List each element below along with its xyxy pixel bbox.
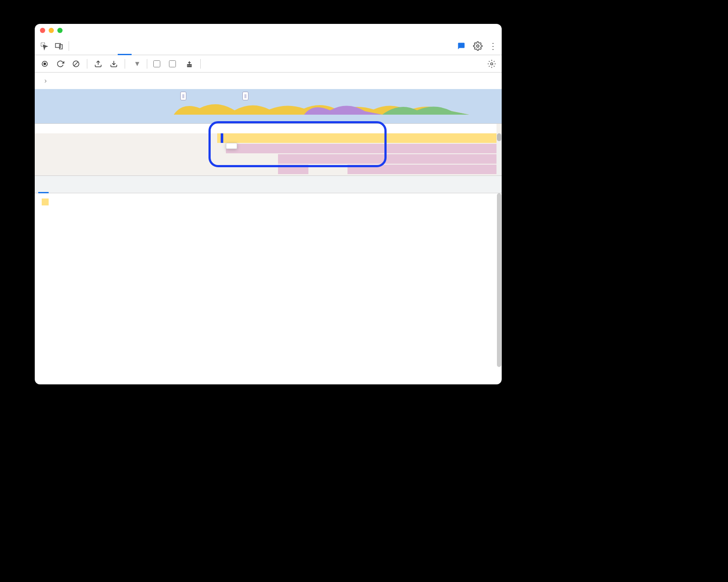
scroll-thumb[interactable] [497,193,501,367]
event-title [42,198,495,205]
messages-badge[interactable] [457,42,467,50]
screenshots-checkbox[interactable] [153,60,163,67]
detail-tabs [35,176,502,193]
svg-point-3 [477,45,479,47]
upload-icon[interactable] [93,59,103,69]
tab-summary[interactable] [38,176,49,193]
flame-scrollbar[interactable] [496,133,502,175]
devtools-tabs: ⋮ [35,37,502,55]
chevron-right-icon: › [44,76,47,85]
event-tooltip [226,143,237,149]
traffic-lights [40,28,63,33]
event-color-swatch [42,198,49,205]
separator [147,59,147,69]
record-icon[interactable] [40,59,50,69]
flame-bar[interactable] [278,154,496,164]
flame-bar[interactable] [226,144,496,153]
more-icon[interactable]: ⋮ [489,41,497,51]
recording-dropdown[interactable]: ▼ [131,60,141,68]
devtools-window: ⋮ ▼ › || [35,24,502,384]
flame-chart[interactable] [35,124,502,176]
scroll-thumb[interactable] [497,133,501,141]
device-icon[interactable] [54,41,64,51]
download-icon[interactable] [109,59,119,69]
summary-panel [35,193,502,384]
settings-icon[interactable] [473,41,483,51]
svg-point-16 [491,63,493,65]
tab-performance[interactable] [118,37,132,55]
maximize-icon[interactable] [57,28,63,33]
svg-line-7 [74,62,78,66]
close-icon[interactable] [40,28,45,33]
garbage-collect-icon[interactable] [185,59,194,69]
tab-bottom-up[interactable] [53,176,63,193]
details-scrollbar[interactable] [496,193,502,384]
separator [125,59,125,69]
titlebar [35,24,502,37]
flame-body [35,133,496,175]
memory-checkbox[interactable] [169,60,179,67]
tab-event-log[interactable] [83,176,93,193]
svg-point-5 [43,63,46,65]
cpu-chart [165,97,469,115]
tab-console[interactable] [86,37,100,55]
capture-settings-icon[interactable] [487,59,496,69]
inspect-icon[interactable] [39,41,50,51]
clear-icon[interactable] [71,59,81,69]
chevron-down-icon: ▼ [134,60,141,68]
flame-ruler [35,124,496,133]
perf-toolbar: ▼ [35,55,502,73]
overview-timeline[interactable]: || || [35,89,502,124]
breadcrumb: › [35,73,502,89]
selected-event-marker [221,133,223,143]
separator [200,59,201,69]
tab-call-tree[interactable] [68,176,78,193]
tab-elements[interactable] [71,37,85,55]
tab-sources[interactable] [102,37,116,55]
separator [69,41,69,51]
flame-bar-anonymous[interactable] [347,165,496,174]
minimize-icon[interactable] [49,28,54,33]
flame-bar[interactable] [217,133,496,143]
reload-icon[interactable] [56,59,65,69]
flame-bar-d[interactable] [278,165,308,174]
separator [87,59,87,69]
tabs-overflow[interactable] [133,37,147,55]
